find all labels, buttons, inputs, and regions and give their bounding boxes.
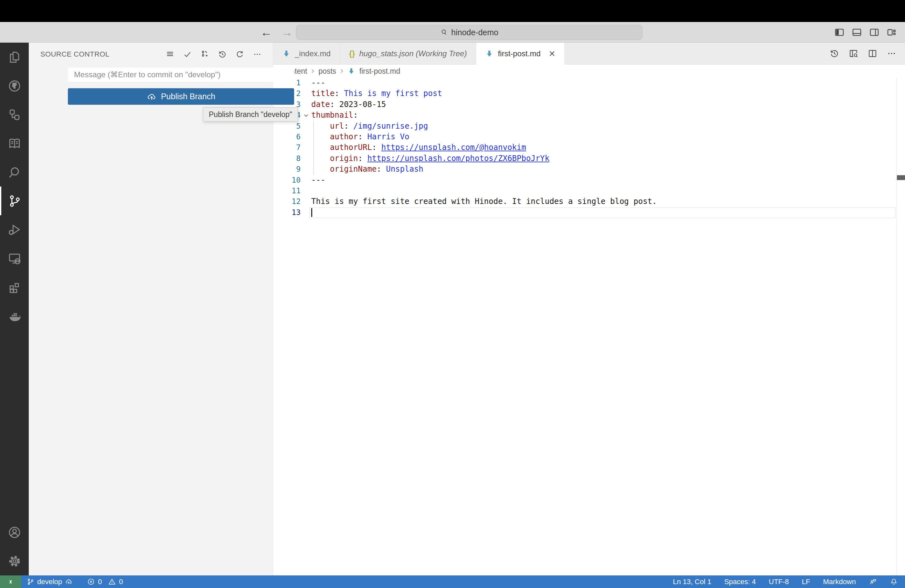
more-actions-icon[interactable] [887,48,897,59]
bell-icon [890,578,898,586]
code-line: 2 title: This is my first post [273,88,905,99]
tab-index-md[interactable]: _index.md [273,43,340,64]
tab-label: hugo_stats.json (Working Tree) [359,49,467,58]
search-icon [440,29,448,36]
chevron-right-icon: › [340,66,343,76]
editor-group: _index.md {} hugo_stats.json (Working Tr… [273,43,905,575]
code-line: 8 origin: https://unsplash.com/photos/ZX… [273,153,905,164]
remote-explorer-icon[interactable] [0,244,29,273]
toggle-panel-icon[interactable] [851,27,862,38]
line-number: 8 [273,153,300,164]
docker-icon[interactable] [0,302,29,331]
line-number: 9 [273,164,300,175]
command-center-search[interactable]: hinode-demo [296,25,643,40]
navigate-back-button[interactable]: ← [260,25,272,39]
toggle-secondary-sidebar-icon[interactable] [869,27,880,38]
code-editor[interactable]: 1 --- 2 title: This is my first post 3 d… [273,78,905,575]
accounts-icon[interactable] [0,518,29,547]
overview-ruler[interactable] [897,78,905,575]
publish-cloud-icon [65,578,73,586]
line-number: 2 [273,88,300,99]
line-number: 6 [273,132,300,142]
explorer-icon[interactable] [0,43,29,72]
feedback-icon [869,578,877,586]
markdown-file-icon [348,67,355,75]
source-control-icon[interactable] [0,186,29,215]
commit-message-input[interactable] [68,68,294,82]
title-bar: ← → hinode-demo [0,22,905,43]
history-icon[interactable] [218,50,227,59]
commit-check-icon[interactable] [183,50,192,59]
status-bar: develop 0 0 Ln 13, Col 1 Spaces: 4 UTF-8… [0,575,905,588]
more-actions-icon[interactable] [253,50,262,59]
line-number: 10 [273,175,300,186]
code-line: 11 [273,186,905,196]
hyperlink[interactable]: https://unsplash.com/@hoanvokim [381,143,526,152]
create-branch-icon[interactable] [200,50,210,59]
error-count: 0 [98,578,102,586]
publish-branch-label: Publish Branch [161,92,215,101]
toggle-primary-sidebar-icon[interactable] [834,27,845,38]
code-line: 6 author: Harris Vo [273,132,905,142]
indentation-item[interactable]: Spaces: 4 [724,578,756,586]
extensions-icon[interactable] [0,273,29,302]
view-as-list-icon[interactable] [165,50,175,59]
close-tab-icon[interactable]: ✕ [548,50,555,58]
breadcrumb-item-file[interactable]: first-post.md [359,67,400,76]
code-line: 12 This is my first site created with Hi… [273,196,905,207]
settings-gear-icon[interactable] [0,547,29,575]
tab-hugo-stats-json[interactable]: {} hugo_stats.json (Working Tree) [340,43,476,64]
code-line-current: 13 [273,207,905,218]
line-number: 7 [273,142,300,153]
timeline-history-icon[interactable] [829,48,839,59]
github-icon[interactable] [0,72,29,100]
warnings-icon [108,578,116,586]
markdown-file-icon [282,49,291,58]
publish-branch-tooltip: Publish Branch "develop" [203,107,298,122]
cursor-position-item[interactable]: Ln 13, Col 1 [673,578,711,586]
problems-status-item[interactable]: 0 0 [87,578,123,586]
tab-label: first-post.md [498,49,540,58]
customize-layout-icon[interactable] [886,27,897,38]
publish-branch-button[interactable]: Publish Branch [68,88,294,105]
cloud-upload-icon [147,92,156,102]
line-number: 13 [273,207,300,218]
references-hierarchy-icon[interactable] [0,100,29,129]
refresh-icon[interactable] [235,50,245,59]
cursor-position-mark [897,175,905,180]
line-number: 11 [273,186,300,196]
search-sidebar-icon[interactable] [0,158,29,186]
code-line: 5 url: /img/sunrise.jpg [273,121,905,132]
remote-window-icon [6,578,15,586]
language-mode-item[interactable]: Markdown [823,578,856,586]
remote-indicator[interactable] [0,575,21,588]
branch-name: develop [37,578,62,586]
breadcrumb-item-posts[interactable]: posts [318,67,336,76]
source-control-header: SOURCE CONTROL [29,43,273,66]
hyperlink[interactable]: https://unsplash.com/photos/ZX6BPboJrYk [367,154,549,163]
chevron-right-icon: › [311,66,314,76]
tab-label: _index.md [295,49,331,58]
run-debug-icon[interactable] [0,215,29,244]
navigate-forward-button[interactable]: → [281,25,293,39]
branch-status-item[interactable]: develop [27,578,73,586]
encoding-item[interactable]: UTF-8 [769,578,789,586]
fold-chevron-icon[interactable] [303,112,310,119]
line-number: 12 [273,196,300,207]
breadcrumb: content › posts › first-post.md [273,65,905,78]
split-editor-icon[interactable] [867,48,878,59]
activity-bar-spacer [0,331,29,518]
notifications-item[interactable] [890,578,898,586]
activity-bar [0,43,29,575]
eol-item[interactable]: LF [802,578,810,586]
editor-actions [821,43,905,64]
warning-count: 0 [119,578,123,586]
feedback-item[interactable] [869,578,877,586]
vscode-window: ← → hinode-demo [0,0,905,588]
code-line: 10 --- [273,175,905,186]
line-number: 5 [273,121,300,132]
open-preview-icon[interactable] [848,48,859,59]
tab-first-post-md[interactable]: first-post.md ✕ [476,43,565,65]
panel-title: SOURCE CONTROL [40,50,165,59]
docs-book-icon[interactable] [0,129,29,158]
